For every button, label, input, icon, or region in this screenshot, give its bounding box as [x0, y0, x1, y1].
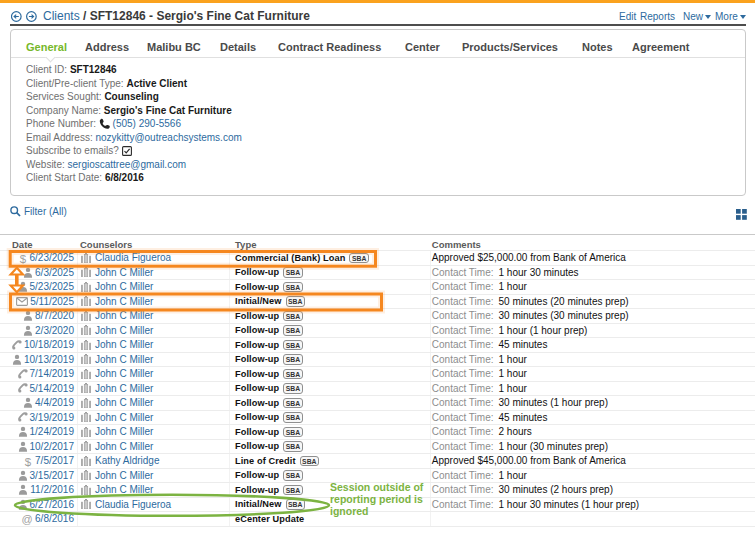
svg-text:@: @ — [21, 513, 32, 525]
svg-text:$: $ — [25, 455, 32, 467]
svg-text:$: $ — [19, 252, 26, 264]
